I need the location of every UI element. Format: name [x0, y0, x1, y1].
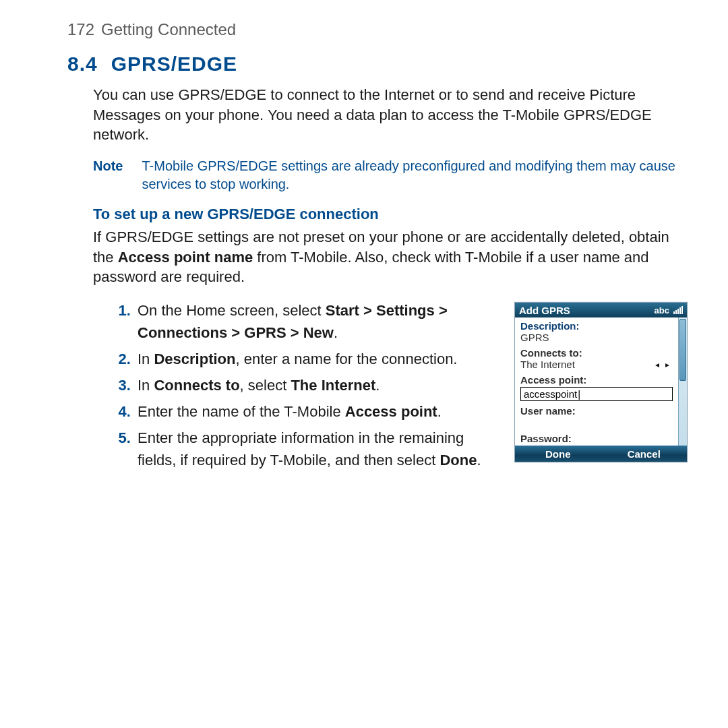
step-3: In Connects to, select The Internet. [135, 374, 495, 396]
text-caret-icon: | [578, 388, 578, 400]
access-point-value: accesspoint [524, 388, 577, 400]
section-heading: 8.4GPRS/EDGE [67, 53, 688, 75]
description-value[interactable]: GPRS [520, 332, 674, 343]
vertical-scrollbar[interactable] [678, 317, 687, 446]
softkey-bar: Done Cancel [515, 446, 687, 462]
steps-list: On the Home screen, select Start > Setti… [93, 299, 495, 471]
note-block: Note T-Mobile GPRS/EDGE settings are alr… [93, 157, 688, 193]
setup-intro: If GPRS/EDGE settings are not preset on … [93, 227, 688, 287]
scrollbar-thumb[interactable] [679, 319, 686, 381]
step-1: On the Home screen, select Start > Setti… [135, 299, 495, 344]
description-label: Description: [520, 320, 674, 332]
username-label: User name: [520, 405, 674, 417]
svg-rect-1 [675, 310, 677, 314]
setup-intro-bold: Access point name [118, 249, 253, 266]
section-title: GPRS/EDGE [111, 53, 237, 75]
intro-paragraph: You can use GPRS/EDGE to connect to the … [93, 85, 688, 145]
page-header: 172Getting Connected [67, 20, 688, 39]
page-number: 172 [67, 20, 94, 38]
subheading: To set up a new GPRS/EDGE connection [93, 206, 688, 223]
phone-title: Add GPRS [519, 305, 570, 316]
chapter-title: Getting Connected [101, 20, 236, 38]
note-text: T-Mobile GPRS/EDGE settings are already … [142, 157, 688, 193]
username-input[interactable] [520, 417, 674, 429]
access-point-label: Access point: [520, 374, 674, 386]
note-label: Note [93, 157, 123, 193]
svg-rect-4 [681, 306, 683, 314]
connects-to-value-row[interactable]: The Internet ◂ ▸ [520, 359, 674, 370]
password-label: Password: [520, 433, 674, 444]
section-number: 8.4 [67, 53, 98, 75]
cancel-button[interactable]: Cancel [601, 446, 688, 462]
svg-rect-2 [677, 309, 679, 314]
phone-screenshot: Add GPRS abc Des [514, 302, 688, 462]
access-point-input[interactable]: accesspoint| [520, 387, 673, 401]
connects-to-label: Connects to: [520, 347, 674, 359]
phone-titlebar: Add GPRS abc [515, 303, 687, 317]
done-button[interactable]: Done [515, 446, 601, 462]
step-2: In Description, enter a name for the con… [135, 348, 495, 370]
input-mode-indicator: abc [655, 305, 669, 315]
svg-rect-3 [679, 307, 681, 314]
step-5: Enter the appropriate information in the… [135, 427, 495, 471]
svg-rect-0 [673, 311, 675, 314]
signal-icon [673, 306, 683, 314]
left-right-arrows-icon[interactable]: ◂ ▸ [655, 360, 671, 369]
connects-to-value: The Internet [520, 359, 575, 370]
step-4: Enter the name of the T-Mobile Access po… [135, 400, 495, 423]
